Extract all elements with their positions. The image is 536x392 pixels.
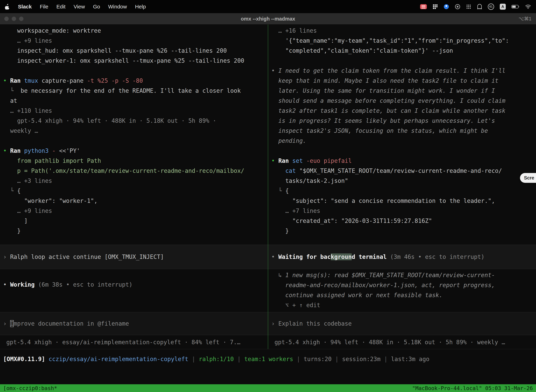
terminal-line: › Ralph loop active continue [OMX_TMUX_I… (3, 252, 268, 262)
terminal-line: task2 after task1 is complete, but can I… (271, 106, 536, 116)
terminal-line: is in progress? It seems likely but perh… (271, 116, 536, 126)
terminal-line: "created_at": "2026-03-31T11:59:27.816Z" (271, 216, 536, 226)
menu-item-window[interactable]: Window (108, 4, 127, 10)
battery-percent-badge[interactable]: 61 (488, 4, 494, 10)
screen-overlay-button[interactable]: Scre (520, 173, 536, 183)
terminal-line: keep that in mind. Maybe I also need the… (271, 76, 536, 86)
window-title: omx --xhigh --madmax (241, 16, 295, 22)
terminal-line: inspect_worker-1: omx sparkshell --tmux-… (3, 56, 268, 66)
tmux-panes: workspace_mode: worktree … +9 lines insp… (0, 25, 536, 349)
left-pane-footer: › Improve documentation in @filename gpt… (0, 312, 268, 349)
zoom-button[interactable] (19, 17, 24, 21)
terminal-line: • Working (6m 38s • esc to interrupt) (3, 280, 268, 289)
terminal-line: └ { (3, 186, 268, 196)
terminal-line: gpt-5.4 xhigh · 94% left · 488K in · 5.1… (3, 116, 268, 126)
app-switcher-dots-icon[interactable] (466, 4, 471, 10)
terminal-line: └ be necessary for the end of the README… (3, 86, 268, 96)
ghost-app-icon[interactable] (477, 4, 482, 10)
menu-item-go[interactable]: Go (93, 4, 100, 10)
terminal-line: readme-and-reco/mailbox/worker-1.json, a… (271, 280, 536, 290)
right-pane[interactable]: … +16 lines '{"team_name":"my-team","tas… (268, 25, 536, 349)
terminal-line: › Improve documentation in @filename (3, 319, 268, 329)
blue-app-icon[interactable] (444, 4, 449, 10)
terminal-line: › Explain this codebase (271, 319, 536, 329)
terminal-line: weekly … (3, 126, 268, 136)
minimize-button[interactable] (12, 17, 16, 21)
prompt-input-left[interactable]: › Improve documentation in @filename (0, 312, 268, 335)
tmux-host-clock: "MacBook-Pro-44.local" 05:03 31-Mar-26 (412, 383, 533, 392)
terminal-line: continue assigned work or next feasible … (271, 290, 536, 300)
terminal-line: p = Path('.omx/state/team/review-current… (3, 166, 268, 176)
grid-app-icon[interactable] (433, 4, 438, 10)
terminal-line (271, 56, 536, 66)
terminal-line: inspect_hud: omx sparkshell --tmux-pane … (3, 46, 268, 56)
terminal-line (3, 66, 268, 76)
tmux-status-bar: [omx-cczip0:bash* "MacBook-Pro-44.local"… (0, 384, 536, 392)
terminal-line: at (3, 96, 268, 106)
ralph-loop-notice: › Ralph loop active continue [OMX_TMUX_I… (0, 245, 268, 269)
terminal-line: cat "$OMX_TEAM_STATE_ROOT/team/review-cu… (271, 166, 536, 176)
working-status: • Working (6m 38s • esc to interrupt) (3, 280, 268, 289)
terminal-line (271, 146, 536, 156)
prompt-input-right[interactable]: › Explain this codebase (268, 312, 536, 335)
terminal-line: } (3, 226, 268, 236)
terminal-line: workspace_mode: worktree (3, 26, 268, 36)
input-source-icon[interactable]: A (500, 4, 506, 10)
terminal-line: "worker": "worker-1", (3, 196, 268, 206)
waiting-terminal-notice: • Waiting for background terminal (3m 46… (268, 245, 536, 269)
left-model-status: gpt-5.4 xhigh · essay/ai-reimplementatio… (0, 337, 268, 347)
menu-item-help[interactable]: Help (135, 4, 146, 10)
terminal-line: "completed","claim_token":"claim-token"}… (271, 46, 536, 56)
terminal-line: ⌥ + ↑ edit (271, 300, 536, 310)
left-pane[interactable]: workspace_mode: worktree … +9 lines insp… (0, 25, 268, 349)
wifi-icon[interactable] (525, 4, 531, 10)
mailbox-message: ↳ 1 new msg(s): read $OMX_TEAM_STATE_ROO… (271, 270, 536, 310)
terminal-line: • I need to get the claim token from the… (271, 66, 536, 76)
terminal-window: workspace_mode: worktree … +9 lines insp… (0, 25, 536, 392)
menu-item-edit[interactable]: Edit (57, 4, 66, 10)
omx-session-status: [OMX#0.11.9] cczip/essay/ai-reimplementa… (0, 354, 536, 364)
battery-icon[interactable] (511, 4, 519, 10)
menu-item-view[interactable]: View (73, 4, 85, 10)
terminal-line: ↳ 1 new msg(s): read $OMX_TEAM_STATE_ROO… (271, 270, 536, 280)
terminal-line: } (271, 226, 536, 236)
terminal-line: • Ran tmux capture-pane -t %25 -p -S -80 (3, 76, 268, 86)
right-pane-transcript: … +16 lines '{"team_name":"my-team","tas… (271, 26, 536, 236)
active-app-name[interactable]: Slack (18, 4, 32, 10)
terminal-line: from pathlib import Path (3, 156, 268, 166)
window-shortcut-hint: ⌥⌘1 (519, 16, 531, 22)
right-model-status: gpt-5.4 xhigh · 94% left · 488K in · 5.1… (268, 337, 536, 347)
terminal-line: • Waiting for background terminal (3m 46… (271, 252, 536, 262)
dark-app-icon[interactable] (455, 4, 460, 10)
terminal-line: • Ran set -euo pipefail (271, 156, 536, 166)
terminal-line: [OMX#0.11.9] cczip/essay/ai-reimplementa… (3, 354, 536, 364)
apple-menu-icon[interactable] (5, 4, 10, 9)
tmux-session-label: [omx-cczip0:bash* (3, 383, 57, 392)
terminal-line: … +110 lines (3, 106, 268, 116)
terminal-line: should send a message before completing … (271, 96, 536, 106)
terminal-line: ] (3, 216, 268, 226)
terminal-line: pending. (271, 136, 536, 146)
terminal-line: "subject": "send a concise recommendatio… (271, 196, 536, 206)
terminal-line: • Ran python3 - <<'PY' (3, 146, 268, 156)
terminal-line (3, 136, 268, 146)
window-title-bar: omx --xhigh --madmax ⌥⌘1 (0, 13, 536, 25)
terminal-line: … +9 lines (3, 36, 268, 46)
terminal-line: tasks/task-2.json" (271, 176, 536, 186)
terminal-line: inspect task2's JSON, focusing on the st… (271, 126, 536, 136)
terminal-line: └ { (271, 186, 536, 196)
close-button[interactable] (4, 17, 9, 21)
terminal-line: '{"team_name":"my-team","task_id":"1","f… (271, 36, 536, 46)
right-pane-footer: › Explain this codebase gpt-5.4 xhigh · … (268, 312, 536, 349)
terminal-line: … +3 lines (3, 176, 268, 186)
terminal-line: later. Using the same for transition mig… (271, 86, 536, 96)
screen-recording-icon[interactable] (420, 4, 427, 10)
menu-item-file[interactable]: File (40, 4, 48, 10)
terminal-line: … +7 lines (271, 206, 536, 216)
menu-bar: Slack File Edit View Go Window Help 61 A (0, 0, 536, 13)
terminal-line: … +16 lines (271, 26, 536, 36)
terminal-line: … +9 lines (3, 206, 268, 216)
left-pane-transcript: workspace_mode: worktree … +9 lines insp… (3, 26, 268, 236)
